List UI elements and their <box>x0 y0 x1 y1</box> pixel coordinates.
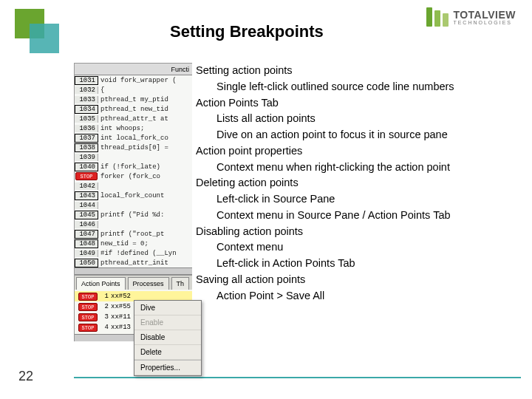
logo-sub-text: TECHNOLOGIES <box>453 20 516 25</box>
line-number[interactable]: 1032 <box>75 86 98 94</box>
bullet-h1s1: Single left-click outlined source code l… <box>196 79 525 95</box>
logo-main-text: TOTALVIEW <box>453 10 516 20</box>
source-row[interactable]: 1042 <box>75 181 192 191</box>
ctx-enable[interactable]: Enable <box>134 316 201 330</box>
code-text: thread_ptids[0] = <box>98 144 168 151</box>
bullet-h6: Saving all action points <box>196 272 525 288</box>
source-row[interactable]: 1036 int whoops; <box>75 123 192 133</box>
stop-badge[interactable]: STOP <box>75 172 98 180</box>
source-row[interactable]: 1031void fork_wrapper ( <box>75 75 192 85</box>
bullet-h5s2: Left-click in Action Points Tab <box>196 256 525 272</box>
code-text: int whoops; <box>98 125 144 132</box>
bullet-h3s1: Context menu when right-clicking the act… <box>196 160 525 176</box>
slide-title: Setting Breakpoints <box>170 22 324 41</box>
code-text: printf ("Pid %d: <box>98 211 164 219</box>
source-row[interactable]: 1033 pthread_t my_ptid <box>75 95 192 104</box>
stop-badge[interactable]: STOP <box>78 313 98 321</box>
bullet-h3: Action point properties <box>196 143 525 160</box>
ctx-disable[interactable]: Disable <box>134 330 201 345</box>
ctx-delete[interactable]: Delete <box>134 345 201 360</box>
line-number[interactable]: 1044 <box>75 202 98 209</box>
bullet-content: Setting action points Single left-click … <box>196 63 525 304</box>
tabs-bar: Action Points Processes Th <box>75 275 192 290</box>
source-row[interactable]: STOP forker (fork_co <box>75 171 192 181</box>
bullet-h4s2: Context menu in Source Pane / Action Poi… <box>196 208 525 224</box>
source-row[interactable]: 1035 pthread_attr_t at <box>75 114 192 123</box>
line-number[interactable]: 1034 <box>75 105 98 114</box>
bullet-h5: Disabling action points <box>196 224 525 240</box>
ctx-dive[interactable]: Dive <box>134 301 201 316</box>
stop-badge[interactable]: STOP <box>78 293 98 301</box>
footer-rule <box>74 377 521 378</box>
separator-bar <box>75 267 192 275</box>
action-point-id: 3 <box>98 313 109 321</box>
action-point-id: 4 <box>98 324 109 331</box>
line-number[interactable]: 1050 <box>75 259 98 267</box>
tab-threads[interactable]: Th <box>171 277 190 290</box>
code-text: printf ("root_pt <box>98 231 164 238</box>
code-text: int local_fork_co <box>98 134 168 142</box>
line-number[interactable]: 1049 <box>75 250 98 257</box>
line-number[interactable]: 1047 <box>75 230 98 239</box>
bullet-h5s1: Context menu <box>196 239 525 256</box>
source-row[interactable]: 1038 thread_ptids[0] = <box>75 143 192 152</box>
bullet-h4s1: Left-click in Source Pane <box>196 191 525 208</box>
bullet-h4: Deleting action points <box>196 175 525 191</box>
action-point-location: xx#13 <box>111 324 131 331</box>
tab-action-points[interactable]: Action Points <box>76 277 126 290</box>
code-text: pthread_t my_ptid <box>98 96 168 103</box>
source-row[interactable]: 1050 pthread_attr_init <box>75 258 192 267</box>
line-number[interactable]: 1035 <box>75 115 98 123</box>
code-text: forker (fork_co <box>98 173 160 180</box>
source-row[interactable]: 1047 printf ("root_pt <box>75 229 192 239</box>
line-number[interactable]: 1040 <box>75 163 98 171</box>
line-number[interactable]: 1033 <box>75 96 98 103</box>
action-point-location: xx#52 <box>111 293 131 300</box>
stop-badge[interactable]: STOP <box>78 324 98 332</box>
bullet-h2s1: Lists all action points <box>196 111 525 127</box>
code-text: { <box>98 86 104 94</box>
stop-badge[interactable]: STOP <box>78 303 98 311</box>
line-number[interactable]: 1045 <box>75 211 98 219</box>
source-row[interactable]: 1044 <box>75 200 192 210</box>
bullet-h1: Setting action points <box>196 63 525 79</box>
line-number[interactable]: 1046 <box>75 221 98 228</box>
action-point-location: xx#11 <box>111 313 131 321</box>
source-row[interactable]: 1045 printf ("Pid %d: <box>75 210 192 219</box>
page-number: 22 <box>18 369 33 384</box>
brand-logo: TOTALVIEW TECHNOLOGIES <box>426 7 516 27</box>
code-text: #if !defined (__Lyn <box>98 250 177 257</box>
source-row[interactable]: 1032{ <box>75 85 192 95</box>
action-points-list[interactable]: Dive Enable Disable Delete Properties...… <box>75 290 192 334</box>
code-text: local_fork_count <box>98 192 164 200</box>
source-pane[interactable]: 1031void fork_wrapper (1032{1033 pthread… <box>75 75 192 267</box>
source-row[interactable]: 1039 <box>75 152 192 162</box>
line-number[interactable]: 1031 <box>75 76 98 85</box>
bullet-h2: Action Points Tab <box>196 95 525 112</box>
line-number[interactable]: 1036 <box>75 125 98 132</box>
line-number[interactable]: 1042 <box>75 183 98 190</box>
action-point-id: 2 <box>98 303 109 310</box>
context-menu: Dive Enable Disable Delete Properties... <box>134 300 202 376</box>
ctx-properties[interactable]: Properties... <box>134 361 201 375</box>
code-text: if (!fork_late) <box>98 163 160 171</box>
line-number[interactable]: 1037 <box>75 134 98 143</box>
source-row[interactable]: 1040 if (!fork_late) <box>75 162 192 171</box>
logo-bars-icon <box>426 7 449 27</box>
source-row[interactable]: 1048 new_tid = 0; <box>75 239 192 248</box>
line-number[interactable]: 1043 <box>75 191 98 200</box>
code-text: void fork_wrapper ( <box>98 77 177 84</box>
line-number[interactable]: 1048 <box>75 239 98 248</box>
line-number[interactable]: 1038 <box>75 143 98 152</box>
source-row[interactable]: 1034 pthread_t new_tid <box>75 104 192 114</box>
source-row[interactable]: 1043 local_fork_count <box>75 191 192 200</box>
action-point-id: 1 <box>98 293 109 300</box>
line-number[interactable]: 1039 <box>75 154 98 161</box>
debugger-screenshot: Functi 1031void fork_wrapper (1032{1033 … <box>74 63 192 341</box>
source-row[interactable]: 1049#if !defined (__Lyn <box>75 248 192 258</box>
source-row[interactable]: 1046 <box>75 219 192 229</box>
code-text: pthread_attr_t at <box>98 115 168 123</box>
tab-processes[interactable]: Processes <box>128 277 169 290</box>
source-row[interactable]: 1037 int local_fork_co <box>75 133 192 143</box>
code-text: pthread_attr_init <box>98 259 168 267</box>
